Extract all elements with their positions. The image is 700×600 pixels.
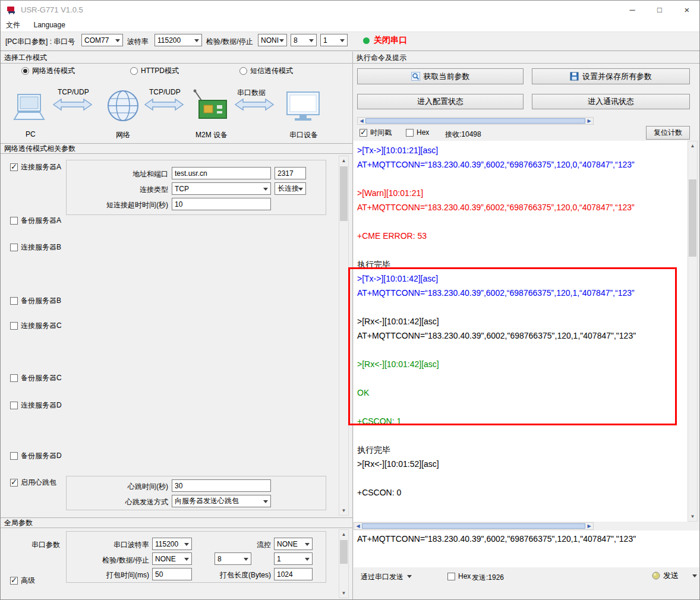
checkbox-icon bbox=[10, 402, 18, 409]
send-text-input[interactable]: AT+MQTTCONN="183.230.40.39",6002,"698766… bbox=[354, 530, 700, 567]
connect-server-d-checkbox[interactable]: 连接服务器D bbox=[10, 400, 62, 410]
minimize-button[interactable]: ─ bbox=[619, 1, 646, 18]
checkbox-icon bbox=[10, 297, 18, 305]
radio-httpd-mode[interactable]: HTTPD模式 bbox=[130, 66, 179, 75]
get-params-button[interactable]: 获取当前参数 bbox=[357, 68, 524, 84]
scroll-down-icon[interactable]: ▼ bbox=[339, 589, 348, 598]
stopbits-select[interactable]: 1 bbox=[320, 34, 348, 46]
backup-server-d-checkbox[interactable]: 备份服务器D bbox=[10, 451, 62, 460]
scrollbar-thumb[interactable] bbox=[362, 523, 585, 529]
heartbeat-mode-select[interactable]: 向服务器发送心跳包 bbox=[172, 495, 271, 507]
parity-select[interactable]: NONI bbox=[258, 34, 287, 46]
send-button[interactable]: 发送 bbox=[652, 570, 697, 581]
databits-select[interactable]: 8 bbox=[291, 34, 317, 46]
heartbeat-time-input[interactable] bbox=[172, 479, 271, 492]
scroll-down-icon[interactable]: ▼ bbox=[688, 512, 697, 521]
menu-bar: 文件 Language bbox=[1, 18, 699, 31]
enable-heartbeat-checkbox[interactable]: 启用心跳包 bbox=[10, 478, 56, 487]
enter-comm-button[interactable]: 进入通讯状态 bbox=[532, 94, 690, 109]
global-params-scrollbar[interactable]: ▲ ▼ bbox=[339, 529, 349, 598]
baud-label: 波特率 bbox=[127, 37, 149, 47]
connect-server-a-checkbox[interactable]: 连接服务器A bbox=[10, 162, 61, 172]
connect-server-c-checkbox[interactable]: 连接服务器C bbox=[10, 321, 62, 330]
server-a-port-input[interactable] bbox=[275, 167, 306, 179]
radio-net-transparent-mode[interactable]: 网络透传模式 bbox=[21, 66, 75, 75]
heartbeat-time-label: 心跳时间(秒) bbox=[96, 482, 168, 492]
scrollbar-thumb[interactable] bbox=[340, 166, 348, 221]
enter-config-button[interactable]: 进入配置状态 bbox=[357, 94, 524, 109]
checkbox-icon bbox=[447, 573, 455, 580]
conn-type-select[interactable]: TCP bbox=[172, 182, 271, 195]
global-databits-select[interactable]: 8 bbox=[215, 552, 251, 565]
log-area[interactable]: >[Tx->][10:01:21][asc]AT+MQTTCONN=“183.2… bbox=[354, 141, 688, 522]
connect-server-b-checkbox[interactable]: 连接服务器B bbox=[10, 242, 61, 252]
backup-server-a-checkbox[interactable]: 备份服务器A bbox=[10, 216, 61, 225]
reset-count-button[interactable]: 复位计数 bbox=[646, 126, 690, 140]
log-line bbox=[357, 343, 688, 357]
scrollbar-thumb[interactable] bbox=[689, 179, 696, 257]
checkbox-icon bbox=[360, 129, 367, 137]
scroll-right-icon[interactable]: ▶ bbox=[585, 523, 593, 529]
conn-type-label: 连接类型 bbox=[96, 185, 168, 195]
short-conn-timeout-input[interactable] bbox=[172, 198, 271, 210]
serial-params-label: 串口参数 bbox=[31, 540, 60, 550]
scroll-down-icon[interactable]: ▼ bbox=[339, 506, 348, 515]
backup-server-c-checkbox[interactable]: 备份服务器C bbox=[10, 373, 62, 383]
global-baud-label: 串口波特率 bbox=[90, 540, 149, 550]
link2-label: TCP/UDP bbox=[149, 88, 181, 96]
menu-file[interactable]: 文件 bbox=[1, 18, 26, 32]
net-params-scrollbar[interactable]: ▲ ▼ bbox=[339, 156, 349, 516]
close-port-button[interactable]: 关闭串口 bbox=[363, 35, 407, 46]
global-stopbits-select[interactable]: 1 bbox=[274, 552, 313, 565]
scroll-left-icon[interactable]: ◀ bbox=[354, 523, 362, 529]
serial-device-label: 串口设备 bbox=[289, 130, 318, 140]
arrow-bidirectional-icon bbox=[53, 98, 92, 111]
scroll-up-icon[interactable]: ▲ bbox=[688, 141, 697, 150]
checkbox-icon bbox=[406, 129, 414, 137]
scroll-up-icon[interactable]: ▲ bbox=[339, 156, 348, 165]
global-baud-select[interactable]: 115200 bbox=[152, 538, 192, 550]
pack-len-label: 打包长度(Bytes) bbox=[210, 570, 271, 580]
timestamp-checkbox[interactable]: 时间戳 bbox=[360, 128, 392, 137]
send-hscrollbar[interactable]: ◀ ▶ bbox=[354, 522, 594, 530]
command-hscrollbar[interactable]: ◀ ▶ bbox=[357, 117, 594, 125]
keepalive-select[interactable]: 长连接 bbox=[275, 182, 306, 195]
log-line: +CSCON: 0 bbox=[357, 485, 688, 500]
magnifier-icon bbox=[411, 72, 420, 81]
global-parity-label: 检验/数据/停止 bbox=[90, 555, 149, 566]
m2m-label: M2M 设备 bbox=[196, 130, 228, 140]
pack-time-input[interactable] bbox=[152, 568, 192, 580]
maximize-button[interactable]: □ bbox=[646, 1, 673, 18]
pc-laptop-icon bbox=[12, 93, 46, 123]
log-line: +CSCON: 1 bbox=[357, 414, 688, 428]
pack-len-input[interactable] bbox=[274, 568, 313, 580]
save-floppy-icon bbox=[570, 72, 579, 81]
close-button[interactable]: × bbox=[673, 1, 700, 18]
menu-language[interactable]: Language bbox=[28, 19, 70, 31]
scrollbar-thumb[interactable] bbox=[340, 540, 348, 564]
scroll-up-icon[interactable]: ▲ bbox=[339, 530, 348, 539]
radio-sms-transparent-mode[interactable]: 短信透传模式 bbox=[239, 66, 293, 75]
server-a-address-input[interactable] bbox=[172, 167, 271, 179]
backup-server-b-checkbox[interactable]: 备份服务器B bbox=[10, 296, 61, 305]
network-globe-icon bbox=[106, 89, 140, 123]
pc-label: PC bbox=[26, 130, 36, 138]
global-parity-select[interactable]: NONE bbox=[152, 552, 192, 565]
advanced-checkbox[interactable]: 高级 bbox=[10, 576, 35, 585]
scroll-left-icon[interactable]: ◀ bbox=[358, 118, 365, 124]
command-panel-header: 执行命令及提示 bbox=[353, 53, 700, 64]
hex-send-checkbox[interactable]: Hex bbox=[447, 571, 471, 581]
baud-select[interactable]: 115200 bbox=[154, 34, 202, 46]
send-mode-select[interactable]: 通过串口发送 bbox=[361, 572, 412, 582]
flow-select[interactable]: NONE bbox=[274, 538, 313, 550]
com-port-select[interactable]: COM77 bbox=[81, 34, 123, 46]
hex-recv-checkbox[interactable]: Hex bbox=[406, 128, 429, 137]
flow-label: 流控 bbox=[250, 540, 271, 550]
scroll-right-icon[interactable]: ▶ bbox=[585, 118, 593, 124]
log-line bbox=[357, 428, 688, 443]
radio-icon bbox=[21, 67, 29, 75]
addr-port-label: 地址和端口 bbox=[96, 169, 168, 179]
log-scrollbar[interactable]: ▲ ▼ bbox=[688, 141, 698, 522]
save-params-button[interactable]: 设置并保存所有参数 bbox=[532, 68, 690, 84]
scrollbar-thumb[interactable] bbox=[365, 118, 585, 124]
